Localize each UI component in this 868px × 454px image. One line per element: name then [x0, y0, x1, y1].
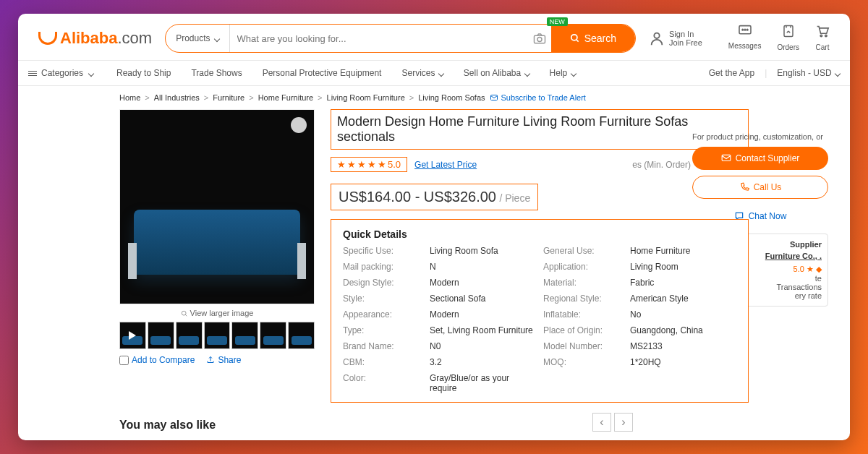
svg-rect-15 [722, 155, 731, 160]
messages-link[interactable]: Messages [728, 25, 762, 52]
svg-point-2 [571, 35, 576, 40]
qd-label: Inflatable: [543, 309, 623, 320]
qd-value: No [630, 309, 736, 320]
qd-label: MOQ: [543, 357, 623, 367]
logo-icon [38, 32, 57, 45]
orders-label: Orders [777, 43, 799, 51]
favorite-icon[interactable] [291, 117, 307, 133]
qd-value: Guangdong, China [630, 325, 736, 335]
nav-services[interactable]: Services [391, 68, 453, 78]
get-app-link[interactable]: Get the App [709, 68, 754, 78]
nav-ready-to-ship[interactable]: Ready to Ship [106, 68, 181, 78]
camera-icon[interactable] [528, 33, 551, 44]
qd-label: Brand Name: [343, 341, 422, 351]
qd-value: MS2133 [630, 341, 736, 351]
qd-label: Design Style: [343, 278, 422, 288]
main-product-image[interactable] [119, 109, 315, 304]
action-note: For product pricing, customization, or [692, 132, 828, 141]
nav-trade-shows[interactable]: Trade Shows [181, 68, 252, 78]
view-larger-link[interactable]: View larger image [119, 304, 315, 322]
header-utility-links: Messages Orders Cart [728, 25, 830, 52]
browser-window: Alibaba.com Products NEW Search Sign In … [18, 14, 850, 440]
supplier-rating: 5.0 ★ [793, 265, 814, 273]
search-input[interactable] [230, 33, 528, 44]
svg-point-8 [746, 30, 748, 31]
signin-label: Sign In [669, 30, 702, 38]
qd-value: Gray/Blue/or as your require [430, 373, 536, 393]
thumbnail[interactable] [176, 322, 203, 349]
svg-point-1 [537, 38, 542, 42]
star-icon: ★ [337, 159, 346, 170]
you-may-also-like-heading: You may also like [119, 419, 216, 432]
svg-line-3 [576, 40, 578, 42]
qd-label: Color: [343, 373, 422, 393]
join-label: Join Free [669, 38, 702, 47]
search-button[interactable]: NEW Search [551, 25, 635, 52]
share-button[interactable]: Share [206, 355, 241, 365]
rating-value: 5.0 [388, 159, 401, 170]
nav-sell[interactable]: Sell on Alibaba [454, 68, 540, 78]
new-badge: NEW [547, 17, 568, 26]
subscribe-trade-alert[interactable]: Subscribe to Trade Alert [490, 93, 586, 102]
carousel-next[interactable]: › [614, 413, 633, 432]
orders-link[interactable]: Orders [777, 25, 799, 52]
crumb-furniture[interactable]: Furniture [213, 93, 244, 102]
thumbnail[interactable] [204, 322, 231, 349]
qd-value: Modern [430, 309, 536, 320]
qd-label: Style: [343, 294, 422, 304]
lang-currency-select[interactable]: English - USD [777, 68, 840, 78]
thumbnail-video[interactable] [119, 322, 146, 349]
add-to-compare[interactable]: Add to Compare [119, 355, 195, 365]
crumb-home-furniture[interactable]: Home Furniture [258, 93, 313, 102]
qd-label: Place of Origin: [543, 325, 623, 335]
cart-label: Cart [816, 43, 830, 51]
svg-point-7 [744, 30, 746, 31]
qd-label: Type: [343, 325, 422, 335]
message-icon [728, 25, 762, 40]
breadcrumb: Home> All Industries> Furniture> Home Fu… [18, 86, 850, 109]
get-latest-price-link[interactable]: Get Latest Price [414, 160, 477, 170]
product-title: Modern Design Home Furniture Living Room… [331, 109, 749, 150]
crumb-living-room[interactable]: Living Room Furniture [327, 93, 405, 102]
nav-ppe[interactable]: Personal Protective Equipment [252, 68, 392, 78]
categories-menu[interactable]: Categories [28, 68, 106, 78]
qd-value: Set, Living Room Furniture [430, 325, 536, 335]
search-button-label: Search [584, 33, 616, 44]
thumbnail[interactable] [260, 322, 286, 349]
nav-help[interactable]: Help [540, 68, 586, 78]
chevron-down-icon [570, 68, 576, 78]
thumbnail[interactable] [288, 322, 315, 349]
carousel-arrows: ‹ › [592, 413, 633, 432]
carousel-prev[interactable]: ‹ [592, 413, 611, 432]
qd-value: Home Furniture [630, 246, 736, 256]
messages-label: Messages [728, 42, 762, 50]
qd-value: Living Room Sofa [430, 246, 536, 256]
menu-icon [28, 71, 37, 76]
orders-icon [777, 25, 799, 42]
chevron-down-icon [834, 68, 840, 78]
qd-value: Modern [430, 278, 536, 288]
quick-details-title: Quick Details [343, 228, 736, 240]
chevron-down-icon [88, 68, 93, 78]
call-us-button[interactable]: Call Us [692, 176, 828, 199]
category-nav: Categories Ready to Ship Trade Shows Per… [18, 60, 850, 86]
thumbnail[interactable] [148, 322, 174, 349]
logo[interactable]: Alibaba.com [38, 29, 152, 48]
cart-link[interactable]: Cart [815, 25, 830, 52]
qd-value: Fabric [630, 278, 736, 288]
svg-point-6 [742, 30, 744, 31]
svg-point-4 [654, 33, 659, 38]
star-icon: ★ [367, 159, 376, 170]
qd-value: 1*20HQ [630, 357, 736, 367]
crumb-sofas[interactable]: Living Room Sofas [418, 93, 485, 102]
brand-tld: .com [117, 29, 152, 47]
contact-supplier-button[interactable]: Contact Supplier [692, 147, 828, 170]
qd-label: General Use: [543, 246, 623, 256]
svg-point-10 [820, 35, 822, 37]
crumb-home[interactable]: Home [119, 93, 140, 102]
crumb-industries[interactable]: All Industries [154, 93, 200, 102]
search-category-dropdown[interactable]: Products [166, 25, 229, 52]
thumbnail[interactable] [231, 322, 258, 349]
account-menu[interactable]: Sign In Join Free [649, 30, 702, 47]
cart-icon [815, 25, 830, 42]
